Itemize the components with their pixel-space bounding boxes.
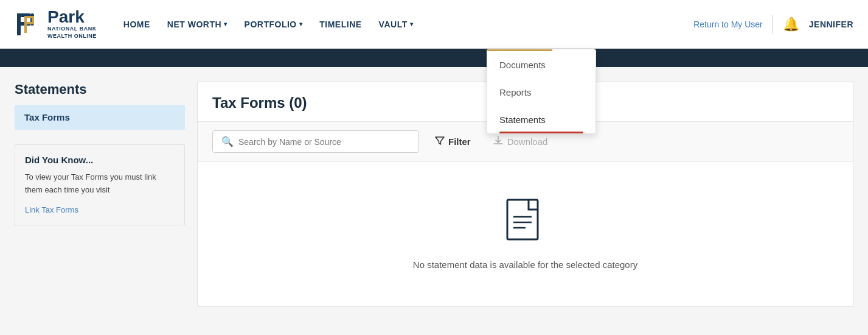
main-content: Statements Tax Forms Did You Know... To … [0, 67, 868, 322]
header: Park NATIONAL BANK WEALTH ONLINE HOME NE… [0, 0, 868, 49]
vertical-divider [773, 15, 773, 34]
document-icon [504, 199, 547, 247]
sidebar: Statements Tax Forms Did You Know... To … [15, 82, 185, 307]
filter-button[interactable]: Filter [429, 132, 477, 152]
nav-menu: HOME NET WORTH ▾ PORTFOLIO ▾ TIMELINE VA… [116, 15, 693, 34]
chevron-down-icon: ▾ [299, 21, 303, 27]
download-icon [493, 135, 504, 149]
nav-timeline[interactable]: TIMELINE [312, 15, 369, 34]
download-button[interactable]: Download [487, 132, 554, 152]
filter-label: Filter [448, 136, 471, 147]
vault-menu-documents[interactable]: Documents [487, 51, 595, 79]
nav-net-worth[interactable]: NET WORTH ▾ [160, 15, 235, 34]
logo-sub2: WEALTH ONLINE [47, 33, 97, 40]
empty-state: No statement data is available for the s… [198, 162, 853, 306]
info-box-title: Did You Know... [25, 155, 175, 165]
vault-menu-reports[interactable]: Reports [487, 79, 595, 106]
user-name: JENNIFER [809, 19, 853, 29]
svg-rect-8 [507, 200, 538, 239]
svg-rect-7 [32, 16, 34, 24]
nav-vault[interactable]: VAULT ▾ [372, 15, 421, 34]
sidebar-item-tax-forms[interactable]: Tax Forms [15, 105, 185, 130]
filter-icon [435, 136, 445, 148]
sidebar-info-box: Did You Know... To view your Tax Forms y… [15, 144, 185, 225]
header-right: Return to My User 🔔 JENNIFER [693, 15, 853, 34]
nav-portfolio[interactable]: PORTFOLIO ▾ [237, 15, 310, 34]
info-box-text: To view your Tax Forms you must link the… [25, 171, 175, 197]
dark-banner [0, 49, 868, 67]
vault-dropdown-menu: Documents Reports Statements [487, 49, 596, 134]
vault-menu-statements[interactable]: Statements [487, 106, 595, 133]
chevron-down-icon: ▾ [224, 21, 227, 27]
return-to-user-link[interactable]: Return to My User [693, 19, 763, 29]
logo-brand: Park [47, 9, 97, 26]
search-box[interactable]: 🔍 [212, 130, 419, 153]
logo[interactable]: Park NATIONAL BANK WEALTH ONLINE [15, 9, 97, 40]
chevron-down-icon: ▾ [410, 21, 414, 27]
logo-icon [15, 11, 41, 38]
nav-home[interactable]: HOME [116, 15, 158, 34]
search-input[interactable] [238, 137, 410, 147]
link-tax-forms-link[interactable]: Link Tax Forms [25, 205, 78, 214]
logo-sub1: NATIONAL BANK [47, 26, 97, 33]
sidebar-title: Statements [15, 82, 185, 97]
notification-bell-icon[interactable]: 🔔 [783, 16, 799, 32]
download-label: Download [507, 136, 548, 147]
logo-text: Park NATIONAL BANK WEALTH ONLINE [47, 9, 97, 40]
empty-message: No statement data is available for the s… [413, 259, 637, 270]
search-icon: 🔍 [221, 136, 234, 147]
